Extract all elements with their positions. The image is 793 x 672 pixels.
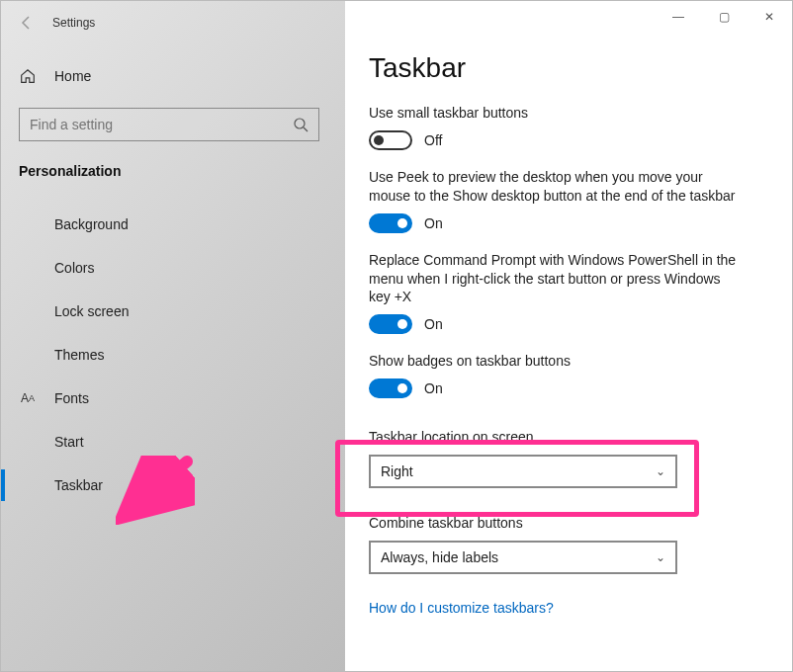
- themes-icon: [19, 346, 37, 364]
- sidebar-item-label: Lock screen: [54, 303, 129, 319]
- powershell-value: On: [424, 316, 443, 332]
- setting-badges-label: Show badges on taskbar buttons: [369, 352, 745, 371]
- sidebar-item-colors[interactable]: Colors: [1, 246, 345, 290]
- start-icon: [19, 433, 37, 451]
- powershell-toggle[interactable]: [369, 314, 412, 334]
- location-value: Right: [381, 463, 413, 479]
- main-content: — ▢ ✕ Taskbar Use small taskbar buttons …: [345, 1, 792, 671]
- maximize-icon: ▢: [719, 10, 730, 24]
- titlebar: Settings: [1, 5, 345, 41]
- sidebar-item-label: Themes: [54, 347, 105, 363]
- setting-badges-toggle-row: On: [369, 378, 768, 398]
- setting-peek-toggle-row: On: [369, 213, 768, 233]
- small-buttons-value: Off: [424, 132, 442, 148]
- sidebar-item-lockscreen[interactable]: Lock screen: [1, 290, 345, 333]
- back-button[interactable]: [13, 9, 41, 37]
- fonts-icon: AA: [19, 389, 37, 407]
- picture-icon: [19, 215, 37, 233]
- chevron-down-icon: ⌄: [656, 464, 665, 478]
- maximize-button[interactable]: ▢: [701, 1, 747, 33]
- nav-list: Background Colors Lock screen Themes AA …: [1, 203, 345, 507]
- search-field[interactable]: [30, 117, 293, 132]
- combine-dropdown[interactable]: Always, hide labels ⌄: [369, 541, 677, 574]
- lockscreen-icon: [19, 302, 37, 320]
- sidebar-item-taskbar[interactable]: Taskbar: [1, 463, 345, 507]
- close-icon: ✕: [764, 10, 774, 24]
- sidebar: Settings Home Personalization Background…: [1, 1, 345, 671]
- setting-small-buttons-label: Use small taskbar buttons: [369, 104, 745, 123]
- setting-small-buttons-toggle-row: Off: [369, 130, 768, 150]
- setting-peek-label: Use Peek to preview the desktop when you…: [369, 168, 745, 206]
- sidebar-item-label: Colors: [54, 260, 94, 276]
- window-title: Settings: [52, 16, 95, 30]
- home-label: Home: [54, 68, 91, 84]
- setting-combine-label: Combine taskbar buttons: [369, 514, 745, 533]
- sidebar-item-label: Taskbar: [54, 477, 103, 493]
- sidebar-item-label: Background: [54, 216, 129, 232]
- setting-location-label: Taskbar location on screen: [369, 428, 745, 447]
- sidebar-item-label: Fonts: [54, 390, 89, 406]
- page-title: Taskbar: [369, 52, 768, 84]
- sidebar-item-label: Start: [54, 434, 84, 450]
- close-button[interactable]: ✕: [747, 1, 792, 33]
- search-icon: [293, 117, 308, 132]
- sidebar-item-themes[interactable]: Themes: [1, 333, 345, 377]
- home-icon: [19, 67, 37, 85]
- palette-icon: [19, 259, 37, 277]
- sidebar-item-start[interactable]: Start: [1, 420, 345, 463]
- arrow-left-icon: [19, 15, 35, 31]
- sidebar-item-background[interactable]: Background: [1, 203, 345, 246]
- category-heading: Personalization: [1, 149, 345, 185]
- setting-powershell-toggle-row: On: [369, 314, 768, 334]
- taskbar-icon: [19, 476, 37, 494]
- svg-point-0: [295, 119, 305, 128]
- small-buttons-toggle[interactable]: [369, 130, 412, 150]
- setting-powershell-label: Replace Command Prompt with Windows Powe…: [369, 251, 745, 307]
- chevron-down-icon: ⌄: [656, 550, 665, 564]
- search-wrap: [1, 96, 345, 149]
- badges-toggle[interactable]: [369, 378, 412, 398]
- minimize-icon: —: [672, 10, 684, 24]
- settings-window: Settings Home Personalization Background…: [1, 1, 792, 671]
- location-dropdown[interactable]: Right ⌄: [369, 455, 677, 488]
- search-input[interactable]: [19, 108, 319, 141]
- window-controls: — ▢ ✕: [656, 1, 792, 33]
- peek-value: On: [424, 215, 443, 231]
- sidebar-item-fonts[interactable]: AA Fonts: [1, 377, 345, 420]
- peek-toggle[interactable]: [369, 213, 412, 233]
- combine-value: Always, hide labels: [381, 549, 498, 565]
- help-link[interactable]: How do I customize taskbars?: [369, 600, 554, 616]
- badges-value: On: [424, 380, 443, 396]
- taskbar-location-setting: Taskbar location on screen Right ⌄: [369, 416, 768, 498]
- home-button[interactable]: Home: [1, 56, 345, 96]
- minimize-button[interactable]: —: [656, 1, 701, 33]
